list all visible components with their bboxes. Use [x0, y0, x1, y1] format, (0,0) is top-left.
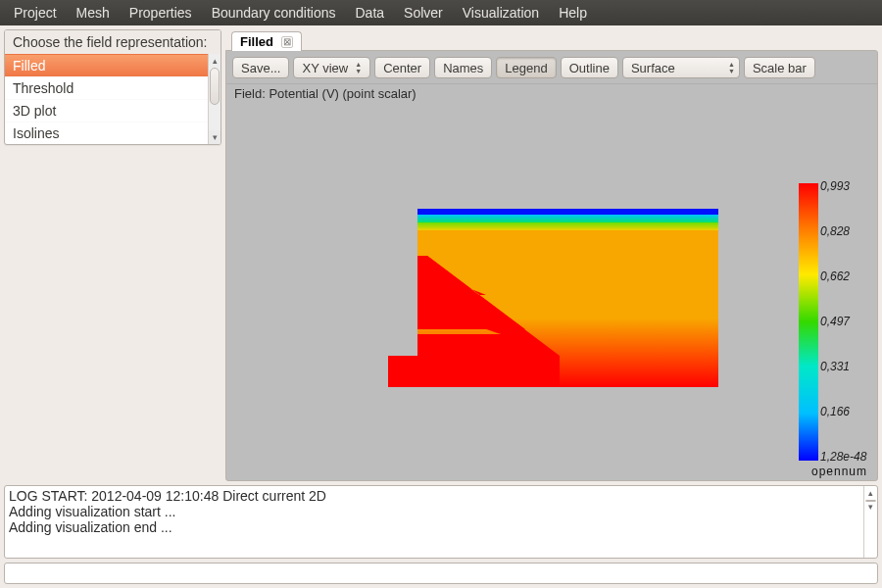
canvas-container: Save... XY view ▲▼ Center Names Legend O… — [225, 50, 878, 481]
colorbar-tick: 0,497 — [820, 315, 869, 328]
main-area: Choose the field representation: Filled … — [0, 25, 882, 485]
scroll-down-icon[interactable]: ▾ — [864, 500, 877, 514]
xyview-stepper[interactable]: ▲▼ — [355, 61, 362, 74]
list-item-isolines[interactable]: Isolines — [5, 122, 208, 144]
colorbar-tick: 0,662 — [820, 270, 869, 283]
watermark-label: opennum — [811, 465, 867, 478]
colorbar-tick: 0,331 — [820, 360, 869, 373]
list-item-3dplot[interactable]: 3D plot — [5, 99, 208, 122]
save-button[interactable]: Save... — [232, 57, 289, 78]
representation-title: Choose the field representation: — [5, 30, 220, 54]
surface-select[interactable]: Surface ▲▼ — [622, 57, 740, 78]
menu-mesh[interactable]: Mesh — [69, 2, 118, 24]
scroll-down-icon[interactable]: ▾ — [209, 130, 220, 144]
tab-label: Filled — [240, 34, 273, 49]
names-button[interactable]: Names — [434, 57, 492, 78]
notch-shape — [417, 256, 574, 315]
representation-listbox[interactable]: Filled Threshold 3D plot Isolines ▴ ▾ — [5, 54, 220, 144]
log-panel: LOG START: 2012-04-09 12:10:48 Direct cu… — [4, 485, 878, 559]
menu-visualization[interactable]: Visualization — [455, 2, 547, 24]
colorbar-tick: 0,828 — [820, 224, 869, 238]
log-text[interactable]: LOG START: 2012-04-09 12:10:48 Direct cu… — [5, 486, 863, 558]
colorbar-tick: 0,993 — [820, 179, 869, 193]
colorbar-tick: 1,28e-48 — [820, 450, 869, 464]
listbox-scrollbar[interactable]: ▴ ▾ — [208, 54, 220, 144]
view-toolbar: Save... XY view ▲▼ Center Names Legend O… — [226, 51, 877, 84]
menubar: Project Mesh Properties Boundary conditi… — [0, 0, 882, 25]
menu-project[interactable]: Project — [6, 2, 65, 24]
colorbar — [799, 183, 818, 461]
menu-boundary-conditions[interactable]: Boundary conditions — [204, 2, 344, 24]
status-bar — [4, 563, 878, 584]
center-button[interactable]: Center — [374, 57, 430, 78]
field-info-label: Field: Potential (V) (point scalar) — [226, 84, 877, 103]
representation-panel: Choose the field representation: Filled … — [4, 29, 221, 145]
outline-button[interactable]: Outline — [561, 57, 618, 78]
tab-close-icon[interactable]: ⊠ — [281, 36, 293, 48]
menu-help[interactable]: Help — [551, 2, 595, 24]
menu-data[interactable]: Data — [348, 2, 393, 24]
list-item-threshold[interactable]: Threshold — [5, 76, 208, 99]
field-plot — [388, 209, 718, 387]
side-panel: Choose the field representation: Filled … — [0, 25, 225, 485]
render-canvas[interactable]: 0,993 0,828 0,662 0,497 0,331 0,166 1,28… — [226, 103, 877, 480]
scroll-up-icon[interactable]: ▴ — [209, 54, 220, 68]
tab-bar: Filled ⊠ — [225, 29, 878, 51]
tab-filled[interactable]: Filled ⊠ — [231, 31, 302, 51]
view-area: Filled ⊠ Save... XY view ▲▼ Center Names… — [225, 25, 882, 485]
colorbar-tick: 0,166 — [820, 405, 869, 418]
legend-button[interactable]: Legend — [496, 57, 556, 78]
menu-properties[interactable]: Properties — [122, 2, 200, 24]
surface-stepper-icon[interactable]: ▲▼ — [728, 61, 735, 74]
menu-solver[interactable]: Solver — [396, 2, 451, 24]
xyview-button[interactable]: XY view ▲▼ — [293, 57, 370, 78]
colorbar-labels: 0,993 0,828 0,662 0,497 0,331 0,166 1,28… — [820, 179, 869, 464]
list-item-filled[interactable]: Filled — [5, 54, 208, 76]
log-scrollbar[interactable]: ▴ ▾ — [863, 486, 877, 558]
scalebar-button[interactable]: Scale bar — [744, 57, 815, 78]
scroll-up-icon[interactable]: ▴ — [864, 486, 877, 500]
